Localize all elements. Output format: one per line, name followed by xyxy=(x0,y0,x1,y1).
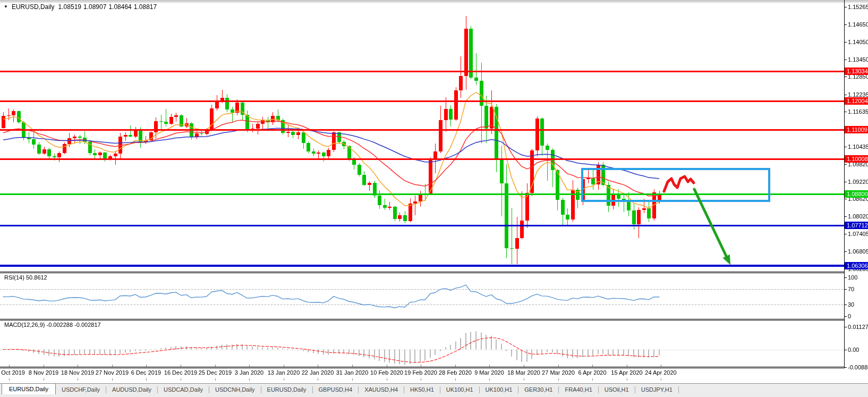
tab-usoil-h1[interactable]: USOil,H1 xyxy=(599,385,635,394)
price-axis-label: 1.09220 xyxy=(848,179,868,185)
macd-axis-label: -0.008845 xyxy=(848,364,868,371)
header-open-value: 1.08519 xyxy=(58,3,81,11)
price-axis-label: 1.07405 xyxy=(848,231,868,238)
tab-separator xyxy=(678,386,679,393)
price-axis-label: 1.08020 xyxy=(848,213,868,220)
tab-uk100-h1[interactable]: UK100,H1 xyxy=(440,385,479,394)
header-close-value: 1.08817 xyxy=(134,3,157,11)
tab-usdcad-daily[interactable]: USDCAD,Daily xyxy=(158,385,209,394)
macd-indicator-name: MACD(12,26,9) xyxy=(4,322,45,328)
tab-gbpusd-h4[interactable]: GBPUSD,H4 xyxy=(313,385,359,394)
x-axis-date-label: 24 Apr 2020 xyxy=(639,369,683,376)
tab-audusd-daily[interactable]: AUDUSD,Daily xyxy=(106,385,157,394)
tab-usdchf-daily[interactable]: USDCHF,Daily xyxy=(56,385,106,394)
tab-ger30-h1[interactable]: GER30,H1 xyxy=(518,385,558,394)
price-level-badge: 1.06306 xyxy=(845,262,868,269)
tab-usdcnh-daily[interactable]: USDCNH,Daily xyxy=(209,385,261,394)
price-level-badge: 1.12004 xyxy=(845,97,868,105)
tab-eurusd-daily[interactable]: EURUSD,Daily xyxy=(261,385,312,394)
price-axis-label: 1.14050 xyxy=(848,39,868,46)
collapse-chart-icon[interactable]: ▼ xyxy=(4,4,8,10)
rsi-indicator-name: RSI(14) xyxy=(4,274,24,281)
rsi-pane-label: RSI(14) 50.8612 xyxy=(4,274,47,281)
macd-indicator-value: -0.002288 xyxy=(46,322,73,328)
macd-axis-label: 0.011277 xyxy=(848,324,868,331)
macd-indicator-signal-value: -0.002817 xyxy=(74,322,101,328)
header-symbol-period: EURUSD,Daily xyxy=(12,3,55,11)
price-level-badge: 1.11009 xyxy=(845,126,868,133)
price-level-badge: 1.10008 xyxy=(845,155,868,163)
price-axis-label: 1.10435 xyxy=(848,143,868,150)
tab-usdjpy-h1[interactable]: USDJPY,H1 xyxy=(635,385,678,394)
header-low-value: 1.08464 xyxy=(108,3,131,11)
rsi-axis-label: 100 xyxy=(848,274,857,281)
price-level-badge: 1.07712 xyxy=(845,222,868,229)
header-high-value: 1.08907 xyxy=(83,3,106,11)
tab-xauusd-h4[interactable]: XAUUSD,H4 xyxy=(359,385,404,394)
rsi-axis-label: 70 xyxy=(848,286,854,293)
price-chart-canvas[interactable] xyxy=(0,0,868,397)
tab-eurusd-daily[interactable]: EURUSD,Daily xyxy=(2,383,56,394)
price-axis-label: 1.14650 xyxy=(848,21,868,28)
macd-pane-label: MACD(12,26,9) -0.002288 -0.002817 xyxy=(4,322,101,328)
price-axis-label: 1.11635 xyxy=(848,108,868,115)
rsi-axis-label: 30 xyxy=(848,301,854,308)
price-axis-label: 1.13450 xyxy=(848,56,868,63)
tab-fra40-h1[interactable]: FRA40,H1 xyxy=(559,385,598,394)
price-axis-label: 1.15265 xyxy=(848,4,868,11)
tab-hk50-h1[interactable]: HK50,H1 xyxy=(404,385,440,394)
price-axis-label: 1.06805 xyxy=(848,248,868,255)
chart-header: ▼ EURUSD,Daily 1.08519 1.08907 1.08464 1… xyxy=(4,3,157,11)
price-level-badge: 1.08800 xyxy=(845,190,868,198)
tab-uk100-h1[interactable]: UK100,H1 xyxy=(480,385,518,394)
rsi-indicator-value: 50.8612 xyxy=(26,274,47,281)
macd-axis-label: 0.00 xyxy=(848,347,859,353)
rsi-axis-label: 0 xyxy=(848,313,851,320)
chart-tab-bar: EURUSD,DailyUSDCHF,DailyAUDUSD,DailyUSDC… xyxy=(0,383,868,397)
price-level-badge: 1.13034 xyxy=(845,67,868,75)
